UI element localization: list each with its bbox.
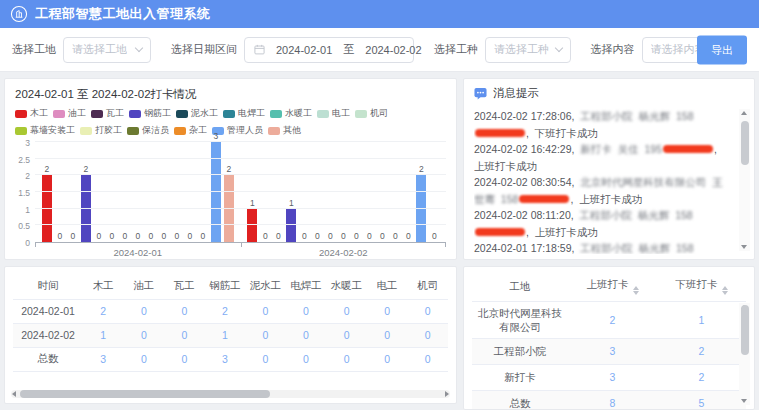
table-cell[interactable]: 0 xyxy=(326,347,367,371)
bar[interactable] xyxy=(224,175,234,242)
table-cell[interactable]: 2 xyxy=(657,338,746,364)
legend-item[interactable]: 其他 xyxy=(268,124,301,137)
message-scrollbar[interactable] xyxy=(739,109,750,251)
date-range-picker[interactable]: 2024-02-01 至 2024-02-02 xyxy=(244,37,414,63)
table-cell[interactable]: 0 xyxy=(164,299,205,323)
bar[interactable] xyxy=(416,175,426,242)
table-cell[interactable]: 0 xyxy=(367,299,408,323)
worker-table-hscrollbar[interactable] xyxy=(11,390,450,398)
table-cell[interactable]: 0 xyxy=(326,323,367,347)
bar-value-label: 0 xyxy=(341,232,346,241)
worker-column-header[interactable]: 时间 xyxy=(13,273,83,299)
export-button[interactable]: 导出 xyxy=(697,35,747,64)
worker-column-header[interactable]: 水暖工 xyxy=(326,273,367,299)
legend-item[interactable]: 钢筋工 xyxy=(129,107,171,120)
table-cell[interactable]: 0 xyxy=(245,323,286,347)
scroll-up-arrow-icon[interactable] xyxy=(741,111,747,115)
bar-value-label: 2 xyxy=(419,165,424,174)
legend-item[interactable]: 水暖工 xyxy=(270,107,312,120)
table-cell[interactable]: 2 xyxy=(657,364,746,390)
legend-item[interactable]: 油工 xyxy=(53,107,86,120)
table-cell[interactable]: 2 xyxy=(83,299,124,323)
sort-icon[interactable] xyxy=(722,286,728,295)
worker-column-header[interactable]: 机司 xyxy=(407,273,448,299)
table-cell[interactable]: 0 xyxy=(164,323,205,347)
table-row: 北京时代网星科技有限公司21 xyxy=(472,301,746,338)
table-cell: 总数 xyxy=(472,390,568,410)
worker-column-header[interactable]: 电工 xyxy=(367,273,408,299)
legend-item[interactable]: 电焊工 xyxy=(223,107,265,120)
table-cell[interactable]: 1 xyxy=(657,301,746,338)
table-cell[interactable]: 0 xyxy=(407,299,448,323)
table-cell[interactable]: 0 xyxy=(407,347,448,371)
table-cell[interactable]: 0 xyxy=(164,347,205,371)
table-cell[interactable]: 0 xyxy=(124,323,165,347)
worker-column-header[interactable]: 泥水工 xyxy=(245,273,286,299)
table-cell[interactable]: 5 xyxy=(657,390,746,410)
bar[interactable] xyxy=(81,175,91,242)
site-column-header[interactable]: 下班打卡 xyxy=(657,273,746,301)
site-table-scrollbar[interactable] xyxy=(739,303,750,405)
site-select[interactable]: 请选择工地 xyxy=(63,37,151,63)
worker-table-hscrollbar-thumb[interactable] xyxy=(20,390,270,398)
table-cell[interactable]: 0 xyxy=(326,299,367,323)
table-cell[interactable]: 1 xyxy=(205,323,246,347)
legend-item[interactable]: 保洁员 xyxy=(127,124,169,137)
table-cell[interactable]: 2 xyxy=(205,299,246,323)
site-table-scrollbar-thumb[interactable] xyxy=(741,305,749,355)
legend-item[interactable]: 打胶工 xyxy=(80,124,122,137)
scroll-left-arrow-icon[interactable] xyxy=(12,391,16,397)
bar[interactable] xyxy=(42,175,52,242)
table-cell: 工程部小院 xyxy=(472,338,568,364)
table-cell[interactable]: 1 xyxy=(83,323,124,347)
legend-item[interactable]: 幕墙安装工 xyxy=(15,124,75,137)
legend-item[interactable]: 木工 xyxy=(15,107,48,120)
scroll-down-arrow-icon[interactable] xyxy=(741,399,747,403)
table-cell[interactable]: 2 xyxy=(568,301,657,338)
legend-item[interactable]: 瓦工 xyxy=(91,107,124,120)
table-cell[interactable]: 0 xyxy=(367,347,408,371)
legend-swatch-icon xyxy=(15,127,27,135)
bar-value-label: 0 xyxy=(276,232,281,241)
bar-slot: 0 xyxy=(273,232,283,242)
worker-column-header[interactable]: 瓦工 xyxy=(164,273,205,299)
date-end-value[interactable]: 2024-02-02 xyxy=(365,44,421,56)
table-cell[interactable]: 0 xyxy=(367,323,408,347)
scroll-right-arrow-icon[interactable] xyxy=(445,391,449,397)
bar-value-label: 0 xyxy=(187,232,192,241)
table-cell[interactable]: 3 xyxy=(568,338,657,364)
table-cell[interactable]: 0 xyxy=(286,347,327,371)
sort-icon[interactable] xyxy=(633,286,639,295)
chart-gridline xyxy=(35,141,446,142)
table-cell[interactable]: 0 xyxy=(286,299,327,323)
site-column-header[interactable]: 上班打卡 xyxy=(568,273,657,301)
table-cell[interactable]: 3 xyxy=(568,364,657,390)
table-cell[interactable]: 0 xyxy=(124,299,165,323)
table-cell[interactable]: 3 xyxy=(205,347,246,371)
worker-column-header[interactable]: 钢筋工 xyxy=(205,273,246,299)
worker-column-header[interactable]: 电焊工 xyxy=(286,273,327,299)
table-cell[interactable]: 0 xyxy=(245,299,286,323)
table-cell[interactable]: 0 xyxy=(245,347,286,371)
table-cell[interactable]: 0 xyxy=(407,323,448,347)
bar-value-label: 0 xyxy=(161,232,166,241)
worker-column-header[interactable]: 木工 xyxy=(83,273,124,299)
legend-item[interactable]: 泥水工 xyxy=(176,107,218,120)
bar-slot: 0 xyxy=(260,232,270,242)
table-cell[interactable]: 8 xyxy=(568,390,657,410)
table-cell[interactable]: 3 xyxy=(83,347,124,371)
worktype-select[interactable]: 请选择工种 xyxy=(485,37,571,63)
scroll-down-arrow-icon[interactable] xyxy=(741,245,747,249)
legend-item[interactable]: 电工 xyxy=(317,107,350,120)
bar-slot: 0 xyxy=(299,232,309,242)
table-cell[interactable]: 0 xyxy=(286,323,327,347)
legend-item[interactable]: 杂工 xyxy=(174,124,207,137)
date-start-value[interactable]: 2024-02-01 xyxy=(276,44,332,56)
chart-title: 2024-02-01 至 2024-02-02打卡情况 xyxy=(15,87,446,102)
worker-column-header[interactable]: 油工 xyxy=(124,273,165,299)
legend-item[interactable]: 机司 xyxy=(355,107,388,120)
bar-slot: 2 xyxy=(224,165,234,242)
table-cell[interactable]: 0 xyxy=(124,347,165,371)
chart-gridline xyxy=(35,158,446,159)
message-scrollbar-thumb[interactable] xyxy=(741,121,749,165)
